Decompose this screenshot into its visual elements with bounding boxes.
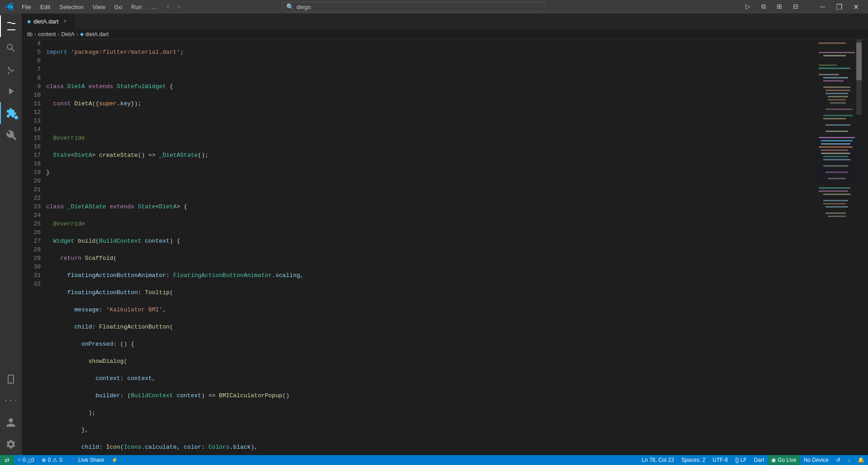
code-line-24: builder: (BuildContext context) => BMICa… [46,391,816,400]
status-encoding[interactable]: UTF-8 [709,455,731,465]
status-go-live[interactable]: ◉ Go Live [768,455,800,465]
status-language[interactable]: Dart [750,455,768,465]
git-branch-label: 0 △0 [23,457,34,463]
status-git[interactable]: ⑂ 0 △0 [14,455,38,465]
menu-go[interactable]: Go [111,3,126,11]
activity-settings[interactable] [0,433,22,455]
tab-bar: ◆ dietA.dart × [22,14,868,29]
status-bar: ⇄ ⑂ 0 △0 ⊗ 0 ⚠ 0 👤 Live Share ⚡ Ln [0,455,868,465]
menu-selection[interactable]: Selection [56,3,87,11]
status-sync[interactable]: ↓ [844,455,854,465]
breadcrumb-dieta[interactable]: DietA [61,31,74,38]
code-line-8 [46,117,816,125]
status-left: ⇄ ⑂ 0 △0 ⊗ 0 ⚠ 0 👤 Live Share ⚡ [0,455,122,465]
menu-edit[interactable]: Edit [37,3,54,11]
tab-dieta-dart[interactable]: ◆ dietA.dart × [22,14,74,29]
layout-icon[interactable]: ⊞ [772,1,787,13]
go-live-label: Go Live [778,457,796,463]
code-container[interactable]: 4 5 6 7 8 9 10 11 12 13 14 15 16 17 [22,39,816,455]
status-refresh[interactable]: ↺ [832,455,844,465]
svg-rect-34 [823,194,850,195]
spacer-1 [805,1,814,13]
status-remote[interactable]: ⇄ [0,455,14,465]
code-line-21: onPressed: () { [46,340,816,348]
status-no-device[interactable]: No Device [800,455,832,465]
svg-rect-24 [819,146,853,148]
status-live-share[interactable]: 👤 Live Share [66,455,108,465]
activity-explorer[interactable] [0,15,22,37]
run-icon[interactable]: ▷ [741,1,755,13]
extensions-badge [14,116,18,119]
minimap [816,39,862,455]
code-line-16: return Scaffold( [46,254,816,263]
svg-rect-13 [828,99,846,100]
split-editor-icon[interactable]: ⧉ [757,1,770,13]
scrollbar[interactable] [862,39,868,455]
activity-search[interactable] [0,37,22,59]
svg-rect-23 [821,143,850,145]
code-line-5 [46,65,816,74]
nav-forward[interactable]: › [174,2,184,12]
breadcrumb-lib[interactable]: lib [27,31,33,38]
more-icon: ··· [4,396,18,405]
status-errors[interactable]: ⊗ 0 ⚠ 0 [38,455,66,465]
status-notification[interactable]: 🔔 [854,455,868,465]
activity-remote[interactable] [0,124,22,146]
nav-back[interactable]: ‹ [163,2,173,12]
code-line-27: child: Icon(Icons.calculate, color: Colo… [46,443,816,451]
breadcrumb-filename[interactable]: dietA.dart [85,31,108,38]
code-line-15: Widget build(BuildContext context) { [46,237,816,245]
vscode-logo [5,2,14,11]
code-line-13: class _DietAState extends State<DietA> { [46,202,816,211]
editor-main: 4 5 6 7 8 9 10 11 12 13 14 15 16 17 [22,39,816,455]
breadcrumb-file-icon: ◆ [80,31,84,37]
status-eol[interactable]: {} LF [731,455,750,465]
code-line-23: context: context, [46,374,816,383]
warnings-count: 0 [59,457,62,463]
svg-rect-15 [826,108,853,110]
svg-rect-32 [819,188,850,189]
menu-view[interactable]: View [89,3,109,11]
activity-extensions[interactable] [0,102,22,124]
refresh-icon: ↺ [836,457,840,463]
run-debug-icon [5,86,16,97]
titlebar: File Edit Selection View Go Run … ‹ › 🔍 … [0,0,868,14]
position-label: Ln 78, Col 23 [642,457,674,463]
code-line-10: State<DietA> createState() => _DietAStat… [46,151,816,160]
menu-file[interactable]: File [18,3,35,11]
svg-rect-29 [823,165,848,167]
status-right: Ln 78, Col 23 Spaces: 2 UTF-8 {} LF Dart… [638,455,868,465]
activity-run-debug[interactable] [0,80,22,102]
breadcrumb-content[interactable]: content [38,31,56,38]
status-position[interactable]: Ln 78, Col 23 [638,455,677,465]
code-line-4: import 'package:flutter/material.dart'; [46,48,816,56]
status-spaces[interactable]: Spaces: 2 [678,455,709,465]
svg-rect-28 [823,159,850,160]
custom-layout-icon[interactable]: ⊟ [788,1,803,13]
activity-source-control[interactable] [0,59,22,80]
menu-more[interactable]: … [147,3,160,11]
maximize-button[interactable]: ❐ [831,1,847,13]
svg-rect-2 [819,52,855,53]
warnings-icon: ⚠ [52,457,57,463]
close-button[interactable]: ✕ [849,1,863,13]
tab-close-button[interactable]: × [61,18,69,25]
activity-bar: ··· [0,14,22,455]
search-icon: 🔍 [286,3,294,11]
files-icon [6,21,17,32]
search-input[interactable] [297,4,540,10]
activity-more[interactable]: ··· [0,390,22,412]
minimize-button[interactable]: ─ [816,1,830,13]
code-content[interactable]: import 'package:flutter/material.dart'; … [44,39,816,455]
menu-run[interactable]: Run [127,3,146,11]
svg-rect-33 [819,191,848,192]
code-line-18: floatingActionButton: Tooltip( [46,288,816,297]
svg-rect-31 [828,178,846,179]
activity-phone[interactable] [0,368,22,390]
activity-account[interactable] [0,412,22,433]
editor-column: ◆ dietA.dart × lib › content › DietA › ◆… [22,14,868,455]
status-lightning[interactable]: ⚡ [108,455,122,465]
nav-buttons: ‹ › [163,2,184,12]
errors-count: 0 [48,457,51,463]
search-bar[interactable]: 🔍 [282,2,544,12]
